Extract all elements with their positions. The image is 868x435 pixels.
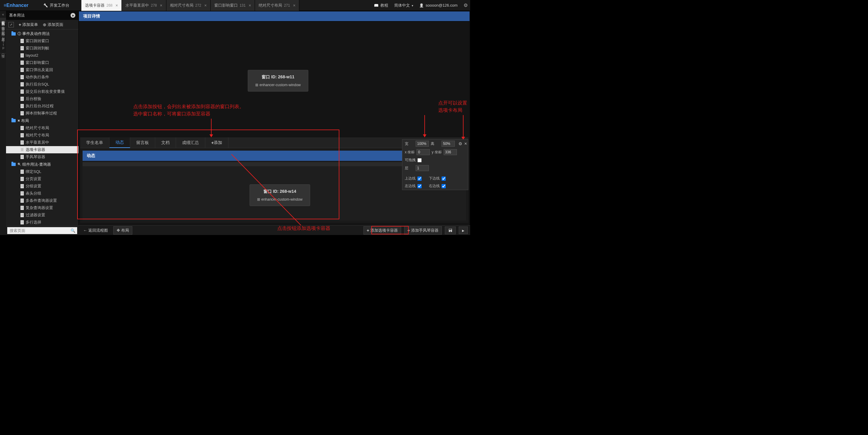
window-placeholder-1[interactable]: 窗口 ID: 268-w11 enhancer-custom-window (248, 70, 308, 92)
width-input[interactable] (415, 141, 429, 147)
border-left-checkbox[interactable] (417, 184, 422, 188)
rail-item-1[interactable]: 资源导航 (0, 23, 6, 28)
tree-item[interactable]: 提交后台前改变变量值 (6, 88, 79, 95)
folder-icon (11, 163, 16, 166)
canvas[interactable]: 窗口 ID: 268-w11 enhancer-custom-window 点击… (79, 22, 470, 225)
file-icon (21, 46, 24, 50)
tab-label: 相对尺寸布局 (170, 3, 193, 8)
tab-item-0[interactable]: 选项卡容器 268× (82, 0, 122, 11)
expand-icon[interactable] (8, 22, 14, 27)
close-icon[interactable]: × (160, 3, 162, 8)
inner-tab-4[interactable]: 成绩汇总 (176, 137, 205, 148)
inner-tab-1[interactable]: 动态 (110, 137, 130, 148)
user-menu[interactable]: soooon@126.com (419, 3, 458, 7)
add-page-button[interactable]: 添加页面 (43, 22, 63, 27)
tutorial-link[interactable]: 教程 (374, 3, 388, 8)
search-input[interactable] (7, 227, 69, 234)
props-close-icon[interactable] (464, 142, 467, 146)
tab-item-2[interactable]: 相对尺寸布局 272× (166, 0, 211, 11)
y-label: y 坐标 (432, 150, 441, 155)
add-tab-container-button[interactable]: 添加选项卡容器 (364, 226, 401, 235)
tab-item-4[interactable]: 绝对尺寸布局 271× (255, 0, 299, 11)
close-icon[interactable]: × (249, 3, 251, 8)
tree-item[interactable]: 窗口跳转到帧 (6, 44, 79, 52)
file-icon (21, 104, 24, 108)
height-input[interactable] (441, 141, 455, 147)
tab-item-1[interactable]: 水平垂直居中 278× (122, 0, 166, 11)
tree-item[interactable]: 多行选择 (6, 219, 79, 226)
tree-item[interactable]: layout2 (6, 52, 79, 59)
tree-item[interactable]: 分页设置 (6, 175, 79, 182)
border-bottom-checkbox[interactable] (441, 176, 446, 181)
layout-icon (18, 118, 21, 124)
inner-tab-0[interactable]: 学生名单 (80, 137, 110, 148)
tree-item[interactable]: 窗口影响窗口 (6, 59, 79, 66)
tree-item[interactable]: 复杂查询器设置 (6, 204, 79, 211)
close-icon[interactable]: × (204, 3, 207, 8)
rail-item-0[interactable]: 页面配置 (0, 18, 6, 23)
tree-item[interactable]: 绝对尺寸布局 (6, 125, 79, 132)
header-right: 教程 简体中文 soooon@126.com (374, 2, 468, 8)
rail-item-2[interactable]: 全局配置 (0, 28, 6, 33)
chevron-down-icon (412, 3, 413, 7)
tree-folder[interactable]: 事件及动作用法 (6, 30, 79, 37)
move-icon (117, 228, 120, 233)
tree-folder[interactable]: 布局 (6, 117, 79, 125)
inner-tab-3[interactable]: 文档 (155, 137, 176, 148)
tree-item[interactable]: 窗口跳转窗口 (6, 37, 79, 44)
tree-item[interactable]: 相对尺寸布局 (6, 132, 79, 139)
tree-item[interactable]: 手风琴容器 (6, 153, 79, 161)
back-button[interactable]: 返回流程图 (81, 227, 110, 234)
add-menu-label: 添加菜单 (22, 22, 38, 27)
inner-tab-2[interactable]: 留言板 (130, 137, 155, 148)
close-icon[interactable]: × (116, 3, 118, 8)
search-button[interactable]: 🔍 (69, 227, 77, 234)
tree-folder[interactable]: 组件用法-查询器 (6, 161, 79, 168)
tree-item[interactable]: 水平垂直居中 (6, 139, 79, 146)
page-tabs: 选项卡容器 268× 水平垂直居中 278× 相对尺寸布局 272× 窗口影响窗… (82, 0, 374, 11)
y-input[interactable] (444, 149, 457, 155)
layer-input[interactable] (415, 165, 429, 171)
tree-item[interactable]: 窗口弹出及返回 (6, 66, 79, 73)
props-gear-icon[interactable] (458, 141, 462, 146)
draggable-checkbox[interactable] (417, 158, 422, 162)
add-accordion-button[interactable]: 添加手风琴容器 (404, 226, 442, 235)
tree-item[interactable]: 绑定SQL (6, 168, 79, 175)
x-input[interactable] (416, 149, 430, 155)
collapse-rail[interactable] (0, 11, 6, 18)
run-button[interactable] (459, 227, 468, 234)
settings-button[interactable] (464, 2, 468, 8)
tree-item[interactable]: 执行后台JS过程 (6, 102, 79, 110)
tree-item[interactable]: 表头分组 (6, 190, 79, 197)
window-placeholder-2[interactable]: 窗口 ID: 268-w14 enhancer-custom-window (250, 185, 310, 206)
border-bottom-label: 下边线 (429, 176, 440, 181)
language-dropdown[interactable]: 简体中文 (394, 3, 413, 8)
tab-item-3[interactable]: 窗口影响窗口 131× (211, 0, 255, 11)
tree-item[interactable]: 动作执行条件 (6, 73, 79, 81)
tree-item[interactable]: 后台校验 (6, 95, 79, 102)
play-icon[interactable] (70, 13, 75, 18)
grid-icon (257, 197, 261, 202)
tree-item[interactable]: 分组设置 (6, 182, 79, 190)
tree-item[interactable]: 过滤器设置 (6, 211, 79, 219)
tab-num: 271 (284, 3, 290, 7)
tree-item[interactable]: 多条件查询器设置 (6, 197, 79, 204)
x-label: x 坐标 (405, 150, 415, 155)
tree-item[interactable]: 选项卡容器 (6, 146, 79, 153)
tree-item-label: 多条件查询器设置 (26, 198, 57, 204)
border-right-label: 右边线 (429, 183, 440, 189)
border-top-checkbox[interactable] (417, 176, 422, 181)
tree-item[interactable]: 执行后台SQL (6, 81, 79, 88)
tree-item[interactable]: 脚本控制事件过程 (6, 110, 79, 117)
border-right-checkbox[interactable] (441, 184, 446, 188)
layout-button[interactable]: 布局 (113, 226, 132, 235)
close-icon[interactable]: × (293, 3, 296, 8)
inner-tab-add[interactable]: 添加 (205, 137, 228, 148)
file-icon (21, 39, 24, 43)
save-button[interactable] (445, 227, 456, 234)
add-menu-button[interactable]: 添加菜单 (19, 22, 38, 27)
rail-item-3[interactable]: 自定义 Http 接口 (0, 33, 6, 53)
draggable-label: 可拖拽 (405, 158, 415, 163)
file-icon (21, 140, 24, 144)
dev-workspace-link[interactable]: 开发工作台 (34, 3, 79, 8)
